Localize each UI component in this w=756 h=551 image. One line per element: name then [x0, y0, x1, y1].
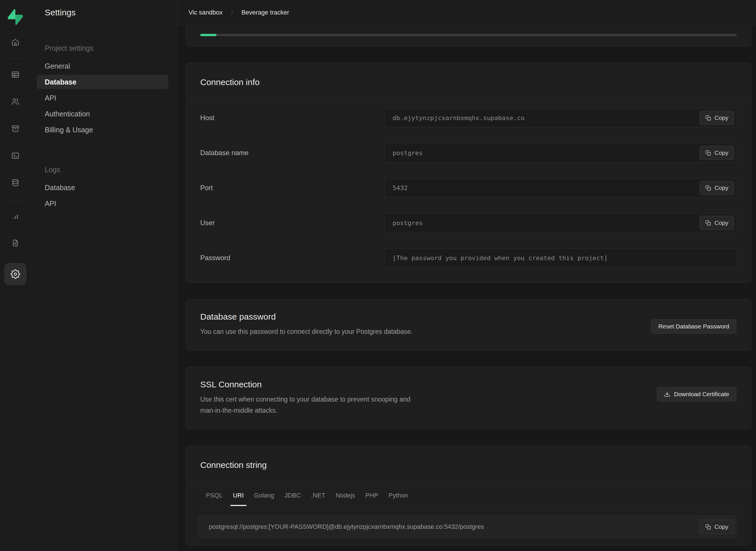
sidebar-item-logs-database[interactable]: Database — [37, 180, 168, 195]
port-input[interactable]: 5432 Copy — [384, 178, 736, 197]
home-icon[interactable] — [11, 38, 20, 46]
connection-string-input[interactable]: postgresql://postgres:[YOUR-PASSWORD]@db… — [198, 516, 736, 538]
connection-string-card: Connection string PSQL URI Golang JDBC .… — [186, 446, 751, 546]
supabase-logo-icon[interactable] — [8, 9, 23, 25]
database-name-row: Database name postgres Copy — [200, 143, 736, 162]
host-value: db.ejytynzpjcxarnbxmqhx.supabase.co — [393, 114, 700, 121]
password-input[interactable]: [The password you provided when you crea… — [384, 248, 736, 267]
sidebar-item-logs-api[interactable]: API — [37, 196, 168, 210]
copy-connection-string-button[interactable]: Copy — [700, 520, 734, 534]
copy-icon — [705, 150, 711, 156]
database-name-label: Database name — [200, 149, 384, 157]
usage-progress-fill — [200, 34, 217, 36]
copy-icon — [705, 115, 711, 121]
authentication-users-icon[interactable] — [11, 97, 20, 106]
table-editor-icon[interactable] — [11, 70, 20, 79]
logs-file-icon[interactable] — [11, 239, 20, 247]
tab-golang[interactable]: Golang — [252, 492, 277, 506]
connection-info-card: Connection info Host db.ejytynzpjcxarnbx… — [186, 63, 751, 283]
sidebar-item-database[interactable]: Database — [37, 75, 168, 89]
rail-divider — [4, 58, 26, 59]
main-area: Vic sandbox / Beverage tracker 9.31 MB 5… — [177, 0, 756, 551]
app-root: Settings Project settings General Databa… — [0, 0, 756, 551]
section-heading-logs: Logs — [45, 162, 168, 177]
port-value: 5432 — [393, 184, 700, 191]
password-value: [The password you provided when you crea… — [393, 254, 734, 261]
tab-jdbc[interactable]: JDBC — [282, 492, 303, 506]
user-label: User — [200, 219, 384, 227]
settings-gear-icon[interactable] — [4, 263, 26, 285]
copy-icon — [705, 220, 711, 226]
sidebar-header: Settings — [31, 0, 177, 25]
database-name-value: postgres — [393, 149, 700, 156]
database-size-used: 9.31 MB — [200, 25, 230, 26]
sidebar-item-authentication[interactable]: Authentication — [37, 107, 168, 121]
password-row: Password [The password you provided when… — [200, 248, 736, 267]
database-icon[interactable] — [11, 178, 20, 187]
reset-database-password-button[interactable]: Reset Database Password — [651, 319, 736, 334]
settings-sidebar: Settings Project settings General Databa… — [31, 0, 177, 551]
database-size-limit: 500 MB — [713, 25, 737, 26]
sql-editor-icon[interactable] — [11, 151, 20, 160]
tab-uri[interactable]: URI — [230, 492, 246, 506]
ssl-connection-title: SSL Connection — [200, 380, 736, 389]
database-size-card: 9.31 MB 500 MB — [186, 25, 751, 47]
breadcrumb-page[interactable]: Beverage tracker — [242, 9, 289, 16]
copy-database-name-button[interactable]: Copy — [700, 146, 734, 160]
download-icon — [664, 391, 670, 397]
rail-divider — [4, 200, 26, 200]
breadcrumb-project[interactable]: Vic sandbox — [189, 9, 223, 16]
sidebar-item-api[interactable]: API — [37, 91, 168, 105]
settings-content: 9.31 MB 500 MB Connection info Host db.e… — [177, 25, 756, 551]
sidebar-nav: Project settings General Database API Au… — [31, 25, 177, 212]
tab-psql[interactable]: PSQL — [203, 492, 225, 506]
database-password-description: You can use this password to connect dir… — [200, 326, 428, 337]
connection-string-tabs: PSQL URI Golang JDBC .NET Nodejs PHP Pyt… — [200, 482, 737, 506]
usage-progress-bar — [200, 34, 737, 36]
storage-icon[interactable] — [11, 124, 20, 133]
database-password-card: Database password You can use this passw… — [186, 299, 751, 351]
host-input[interactable]: db.ejytynzpjcxarnbxmqhx.supabase.co Copy — [384, 108, 736, 127]
reports-chart-icon[interactable] — [11, 212, 20, 221]
page-title: Settings — [45, 8, 75, 17]
connection-string-title: Connection string — [200, 460, 737, 470]
host-row: Host db.ejytynzpjcxarnbxmqhx.supabase.co… — [200, 108, 736, 127]
copy-icon — [705, 185, 711, 191]
password-label: Password — [200, 254, 384, 262]
port-label: Port — [200, 184, 384, 192]
copy-host-button[interactable]: Copy — [700, 111, 734, 125]
copy-port-button[interactable]: Copy — [700, 181, 734, 195]
tab-php[interactable]: PHP — [363, 492, 381, 506]
download-certificate-button[interactable]: Download Certificate — [657, 387, 736, 401]
port-row: Port 5432 Copy — [200, 178, 736, 197]
ssl-connection-description: Use this cert when connecting to your da… — [200, 394, 411, 416]
copy-user-button[interactable]: Copy — [700, 216, 734, 230]
ssl-connection-card: SSL Connection Use this cert when connec… — [186, 367, 751, 430]
icon-rail — [0, 0, 31, 551]
section-heading-project-settings: Project settings — [45, 41, 168, 55]
sidebar-item-billing-usage[interactable]: Billing & Usage — [37, 123, 168, 137]
database-name-input[interactable]: postgres Copy — [384, 143, 736, 162]
breadcrumb-separator: / — [231, 9, 233, 16]
connection-string-value: postgresql://postgres:[YOUR-PASSWORD]@db… — [209, 523, 700, 531]
host-label: Host — [200, 114, 384, 122]
breadcrumb: Vic sandbox / Beverage tracker — [177, 0, 756, 25]
tab-dotnet[interactable]: .NET — [308, 492, 328, 506]
user-value: postgres — [393, 219, 700, 226]
tab-python[interactable]: Python — [386, 492, 411, 506]
user-input[interactable]: postgres Copy — [384, 213, 736, 232]
tab-nodejs[interactable]: Nodejs — [333, 492, 357, 506]
user-row: User postgres Copy — [200, 213, 736, 232]
sidebar-item-general[interactable]: General — [37, 59, 168, 73]
copy-icon — [705, 524, 711, 530]
connection-info-title: Connection info — [200, 77, 737, 87]
